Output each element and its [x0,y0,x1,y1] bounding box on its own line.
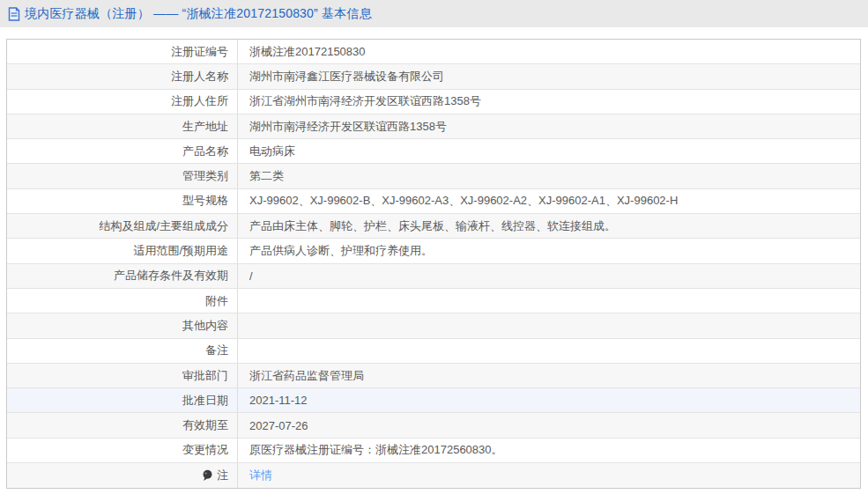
page-title: 境内医疗器械（注册） —— “浙械注准20172150830” 基本信息 [25,6,372,22]
table-row: 型号规格 XJ-99602、XJ-99602-B、XJ-99602-A3、XJ-… [7,189,860,214]
row-label-text: 注册人住所 [171,93,228,109]
page-header: 境内医疗器械（注册） —— “浙械注准20172150830” 基本信息 [0,0,868,27]
row-value: 产品由床主体、脚轮、护栏、床头尾板、输液杆、线控器、软连接组成。 [238,214,860,238]
row-value: 原医疗器械注册证编号：浙械注准20172560830。 [238,439,860,462]
table-row: 注册人名称 湖州市南浔鑫江医疗器械设备有限公司 [7,64,860,89]
detail-link[interactable]: 详情 [249,468,272,483]
table-row: 结构及组成/主要组成成分 产品由床主体、脚轮、护栏、床头尾板、输液杆、线控器、软… [7,214,860,239]
row-label-text: 有效期至 [182,417,228,433]
row-label-text: 生产地址 [182,119,228,135]
row-label: 附件 [7,289,238,313]
row-value-text: / [249,269,253,283]
table-row: 有效期至 2027-07-26 [7,413,860,438]
row-value-text: 湖州市南浔经济开发区联谊西路1358号 [249,119,447,135]
row-value: 浙械注准20172150830 [238,40,860,63]
table-row: 变更情况 原医疗器械注册证编号：浙械注准20172560830。 [7,439,860,463]
row-value-text: 2027-07-26 [249,419,308,432]
row-value-text: 浙江省湖州市南浔经济开发区联谊西路1358号 [249,93,481,109]
row-label-text: 附件 [205,293,228,309]
row-value-text: 浙江省药品监督管理局 [249,368,364,384]
row-value: 2027-07-26 [238,413,860,437]
row-label-text: 注 [217,468,228,483]
row-label: 注 [7,463,238,488]
table-row: 产品储存条件及有效期 / [7,264,860,289]
row-label-text: 其他内容 [182,318,228,334]
row-value: 湖州市南浔鑫江医疗器械设备有限公司 [238,64,860,88]
row-label-text: 注册人名称 [171,69,228,85]
table-row: 注 详情 [7,463,860,488]
row-label: 批准日期 [7,388,238,412]
row-label: 注册人住所 [7,90,238,114]
table-row: 审批部门 浙江省药品监督管理局 [7,364,860,388]
row-value-text: 浙械注准20172150830 [249,44,366,60]
row-label: 产品名称 [7,139,238,163]
row-label: 适用范围/预期用途 [7,239,238,262]
row-value-text: 第二类 [249,168,284,184]
row-value: 湖州市南浔经济开发区联谊西路1358号 [238,114,860,138]
row-value: XJ-99602、XJ-99602-B、XJ-99602-A3、XJ-99602… [238,189,860,213]
row-label-text: 结构及组成/主要组成成分 [99,218,228,234]
row-label: 审批部门 [7,364,238,387]
row-label-text: 批准日期 [182,393,228,409]
row-label-text: 适用范围/预期用途 [133,243,228,259]
table-row: 注册人住所 浙江省湖州市南浔经济开发区联谊西路1358号 [7,90,860,114]
row-value-text: 原医疗器械注册证编号：浙械注准20172560830。 [249,442,503,458]
table-row: 注册证编号 浙械注准20172150830 [7,40,860,64]
row-value-text: 产品由床主体、脚轮、护栏、床头尾板、输液杆、线控器、软连接组成。 [249,218,616,234]
row-label-text: 管理类别 [182,168,228,184]
row-value-text: 湖州市南浔鑫江医疗器械设备有限公司 [249,69,444,85]
row-label: 变更情况 [7,439,238,462]
file-text-icon [8,7,20,21]
row-value [238,339,860,363]
row-label-text: 变更情况 [182,442,228,458]
row-value: 产品供病人诊断、护理和疗养使用。 [238,239,860,262]
row-value: 浙江省药品监督管理局 [238,364,860,387]
row-label: 注册人名称 [7,64,238,88]
table-row: 附件 [7,289,860,313]
row-label-text: 审批部门 [182,368,228,384]
row-label: 其他内容 [7,313,238,337]
info-table: 注册证编号 浙械注准20172150830 注册人名称 湖州市南浔鑫江医疗器械设… [6,39,861,489]
row-label: 型号规格 [7,189,238,213]
row-value-text: 2021-11-12 [249,394,308,407]
table-row: 备注 [7,339,860,364]
row-label: 备注 [7,339,238,363]
row-value: 第二类 [238,164,860,188]
row-label: 管理类别 [7,164,238,188]
row-label: 注册证编号 [7,40,238,63]
row-value: 浙江省湖州市南浔经济开发区联谊西路1358号 [238,90,860,114]
row-label: 产品储存条件及有效期 [7,264,238,288]
note-balloon-icon [202,469,213,482]
table-row: 适用范围/预期用途 产品供病人诊断、护理和疗养使用。 [7,239,860,263]
row-value: 电动病床 [238,139,860,163]
table-row: 批准日期 2021-11-12 [7,388,860,413]
table-row: 生产地址 湖州市南浔经济开发区联谊西路1358号 [7,114,860,139]
row-value-text: 产品供病人诊断、护理和疗养使用。 [249,243,433,259]
table-row: 管理类别 第二类 [7,164,860,188]
row-label-text: 备注 [205,343,228,358]
row-value [238,313,860,337]
row-value: 详情 [238,463,860,488]
table-row: 其他内容 [7,313,860,338]
row-label: 生产地址 [7,114,238,138]
row-value: / [238,264,860,288]
row-label-text: 型号规格 [182,193,228,209]
row-label-text: 产品储存条件及有效期 [114,268,228,284]
row-value: 2021-11-12 [238,388,860,412]
table-row: 产品名称 电动病床 [7,139,860,164]
row-label-text: 注册证编号 [171,44,228,60]
row-value [238,289,860,313]
row-label: 结构及组成/主要组成成分 [7,214,238,238]
row-value-text: 电动病床 [249,144,295,159]
row-value-text: XJ-99602、XJ-99602-B、XJ-99602-A3、XJ-99602… [249,193,678,209]
row-label-text: 产品名称 [182,144,228,159]
row-label: 有效期至 [7,413,238,437]
